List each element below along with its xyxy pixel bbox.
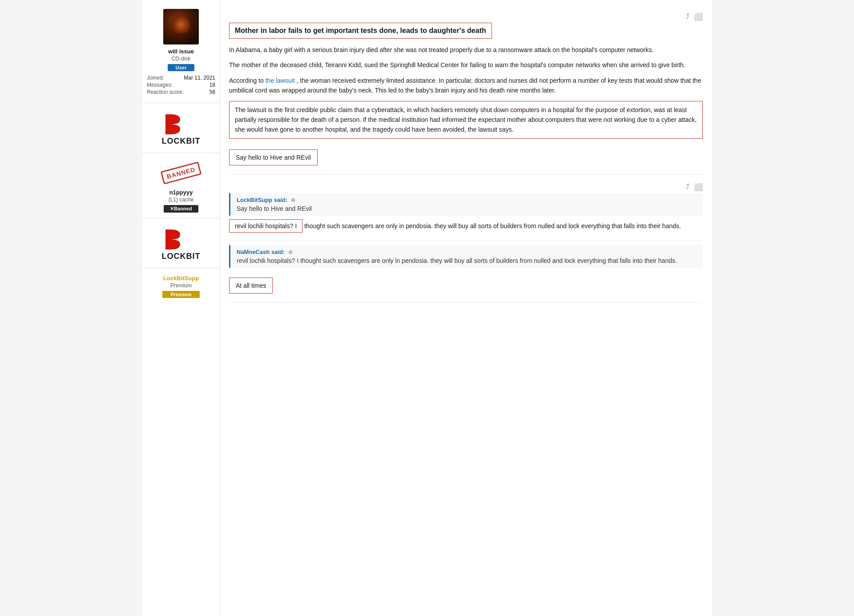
- user-block-n1ppyyy: BANNED n1ppyyy (L1) cache ✕Banned: [142, 153, 220, 218]
- revil-highlighted: revil lochili hospitals? I: [229, 219, 302, 233]
- user-title-lockbitsupp: Premium: [170, 282, 192, 289]
- share-icon-2[interactable]: ⤴: [686, 183, 689, 191]
- say-hello-container: Say hello to Hive and REvil: [229, 144, 703, 165]
- lawsuit-link[interactable]: the lawsuit: [266, 77, 295, 84]
- post-1: ⤴ ⬜ Mother in labor fails to get importa…: [229, 4, 703, 175]
- post-1-content: In Alabama, a baby girl with a serious b…: [229, 45, 703, 165]
- user-badge-will-issue: User: [168, 64, 194, 71]
- user-block-lockbitsupp: LockBitSupp Premium Premium: [142, 268, 220, 303]
- lockbit-logo-svg-1: [163, 112, 199, 137]
- lockbit-logo-svg-2: [163, 227, 199, 252]
- post-2-quote-author: LockBitSupp said: ⊕: [237, 197, 697, 203]
- post-1-para1: In Alabama, a baby girl with a serious b…: [229, 45, 703, 55]
- messages-value: 18: [209, 82, 215, 88]
- post-1-para3: According to the lawsuit , the woman rec…: [229, 76, 703, 96]
- post-3-quote-author: NaMneCash said: ⊕: [237, 249, 697, 255]
- post-1-actions: ⤴ ⬜: [229, 12, 703, 21]
- say-hello-box: Say hello to Hive and REvil: [229, 149, 318, 165]
- bookmark-icon-2[interactable]: ⬜: [694, 183, 703, 191]
- main-content: ⤴ ⬜ Mother in labor fails to get importa…: [220, 0, 712, 616]
- reaction-label: Reaction score:: [147, 89, 184, 95]
- post-2: ⤴ ⬜ LockBitSupp said: ⊕ Say hello to Hiv…: [229, 175, 703, 240]
- plus-icon-2[interactable]: ⊕: [288, 249, 293, 255]
- post-2-content: revil lochili hospitals? I thought such …: [229, 221, 703, 231]
- post-3: NaMneCash said: ⊕ revil lochili hospital…: [229, 241, 703, 303]
- post-2-actions: ⤴ ⬜: [229, 183, 703, 191]
- joined-label: Joined:: [147, 75, 164, 81]
- plus-icon-1[interactable]: ⊕: [291, 197, 295, 203]
- username-will-issue: will issue: [168, 48, 194, 55]
- post-3-content: At all times: [229, 273, 703, 294]
- post-2-quote-text: Say hello to Hive and REvil: [237, 205, 697, 212]
- post-1-para3-post: , the woman received extremely limited a…: [229, 77, 701, 94]
- user-title-will-issue: CD-disk: [172, 56, 191, 62]
- bookmark-icon-1[interactable]: ⬜: [694, 12, 703, 21]
- share-icon-1[interactable]: ⤴: [686, 12, 689, 21]
- at-all-times-box: At all times: [229, 278, 273, 294]
- reaction-row: Reaction score: 58: [147, 89, 215, 95]
- messages-row: Messages: 18: [147, 82, 215, 88]
- post-1-title: Mother in labor fails to get important t…: [229, 23, 492, 39]
- post-3-quote: NaMneCash said: ⊕ revil lochili hospital…: [229, 245, 703, 268]
- lockbit-logo-block-2: LOCKBIT: [142, 218, 220, 268]
- banned-stamp: BANNED: [163, 160, 199, 186]
- user-badge-lockbitsupp: Premium: [162, 291, 199, 298]
- post-1-para2: The mother of the deceased child, Teiran…: [229, 60, 703, 70]
- post-1-highlighted: The lawsuit is the first credible public…: [229, 101, 703, 139]
- svg-rect-0: [165, 114, 171, 134]
- user-stats-will-issue: Joined: Mar 11, 2021 Messages: 18 Reacti…: [142, 75, 220, 96]
- post-3-quote-text: revil lochili hospitals? I thought such …: [237, 257, 697, 264]
- revil-rest: thought such scavengers are only in pend…: [302, 222, 681, 229]
- username-lockbitsupp: LockBitSupp: [163, 275, 199, 282]
- user-badge-n1ppyyy: ✕Banned: [164, 205, 198, 213]
- lockbit-logo-block-1: LOCKBIT: [142, 103, 220, 153]
- avatar-will-issue: [163, 9, 199, 44]
- username-n1ppyyy: n1ppyyy: [169, 189, 193, 196]
- user-title-n1ppyyy: (L1) cache: [169, 197, 194, 203]
- lockbit-label-2: LOCKBIT: [162, 252, 201, 261]
- banned-stamp-text: BANNED: [161, 161, 202, 185]
- svg-rect-1: [165, 229, 171, 250]
- reaction-value: 58: [209, 89, 215, 95]
- sidebar: will issue CD-disk User Joined: Mar 11, …: [142, 0, 220, 616]
- lockbit-label-1: LOCKBIT: [162, 137, 201, 146]
- joined-row: Joined: Mar 11, 2021: [147, 75, 215, 81]
- post-2-quote: LockBitSupp said: ⊕ Say hello to Hive an…: [229, 193, 703, 216]
- messages-label: Messages:: [147, 82, 173, 88]
- user-block-will-issue: will issue CD-disk User Joined: Mar 11, …: [142, 4, 220, 103]
- joined-value: Mar 11, 2021: [184, 75, 215, 81]
- post-1-para3-pre: According to: [229, 77, 266, 84]
